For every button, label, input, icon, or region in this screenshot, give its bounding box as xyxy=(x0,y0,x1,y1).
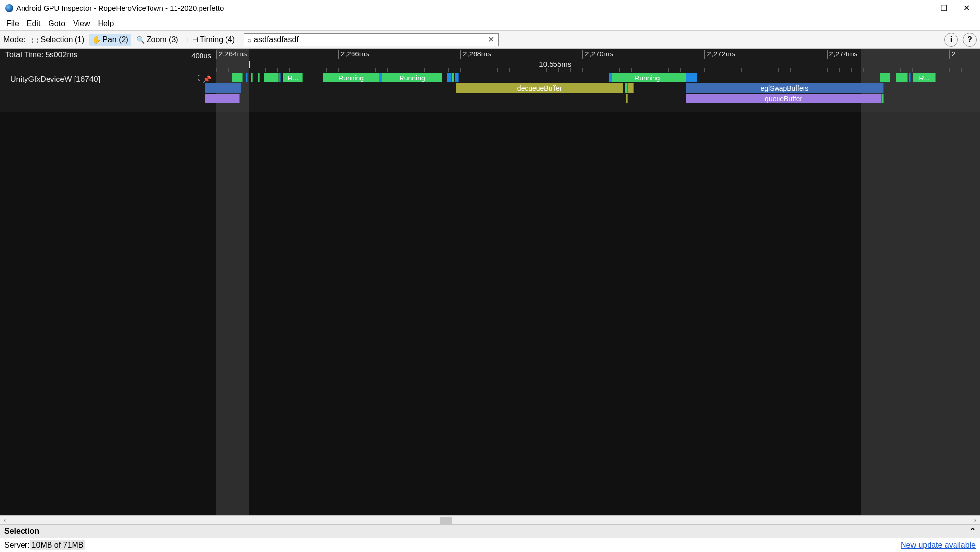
mode-label: Mode: xyxy=(3,35,25,44)
search-icon: ⌕ xyxy=(244,36,254,44)
window-minimize-button[interactable] xyxy=(910,0,932,16)
clear-search-button[interactable]: ✕ xyxy=(484,35,498,44)
range-label: 10.555ms xyxy=(536,60,574,68)
trace-segment[interactable] xyxy=(279,73,281,82)
total-time-label: Total Time: 5s002ms xyxy=(5,51,77,59)
menu-view[interactable]: View xyxy=(69,17,94,30)
zoom-icon: 🔍 xyxy=(136,36,145,44)
trace-segment[interactable] xyxy=(264,73,279,82)
time-tick: 2 xyxy=(949,50,955,59)
selection-icon: ⬚ xyxy=(32,36,38,44)
timeline-header: Total Time: 5s002ms 400us 10.555ms 2,264… xyxy=(0,49,980,72)
statusbar: Server: 10MB of 71MB New update availabl… xyxy=(0,538,980,552)
mode-timing-label: Timing (4) xyxy=(200,35,235,44)
pin-icon[interactable]: 📌 xyxy=(203,75,211,83)
timing-icon: ⊢⊣ xyxy=(186,36,198,44)
trace-segment[interactable] xyxy=(682,73,686,82)
menubar: File Edit Goto View Help xyxy=(0,16,980,31)
trace-segment[interactable] xyxy=(452,73,454,82)
trace-segment[interactable] xyxy=(686,73,697,82)
trace-segment[interactable] xyxy=(628,83,634,93)
mode-timing-button[interactable]: ⊢⊣ Timing (4) xyxy=(183,34,238,46)
search-input[interactable] xyxy=(254,34,484,46)
track-label[interactable]: UnityGfxDeviceW [16740] xyxy=(10,75,100,84)
trace-segment[interactable] xyxy=(246,73,248,82)
collapse-icon[interactable]: ˅˄ xyxy=(197,75,200,85)
trace-segment[interactable]: queueBuffer xyxy=(686,94,882,103)
trace-segment[interactable] xyxy=(205,83,242,93)
scroll-thumb[interactable] xyxy=(440,517,452,524)
selection-label: Selection xyxy=(4,527,39,536)
mode-zoom-label: Zoom (3) xyxy=(147,35,178,44)
trace-segment[interactable] xyxy=(625,83,628,93)
mode-pan-label: Pan (2) xyxy=(102,35,128,44)
server-label: Server: xyxy=(4,541,30,550)
expand-icon[interactable]: ⌃ xyxy=(969,526,976,536)
scroll-track[interactable] xyxy=(9,516,971,524)
range-indicator: 10.555ms xyxy=(249,61,861,68)
track-lanes[interactable]: R...RunningRunningRunningR... dequeueBuf… xyxy=(216,72,980,112)
titlebar: Android GPU Inspector - RopeHeroViceTown… xyxy=(0,0,980,16)
scale-indicator: 400us xyxy=(154,52,211,60)
trace-segment[interactable] xyxy=(258,73,260,82)
time-tick: 2,272ms xyxy=(704,50,735,59)
window-close-button[interactable] xyxy=(955,0,978,16)
time-tick: 2,266ms xyxy=(338,50,369,59)
trace-segment[interactable] xyxy=(909,73,911,82)
track-row: UnityGfxDeviceW [16740] ˅˄ 📌 R...Running… xyxy=(0,72,980,112)
horizontal-scrollbar[interactable]: ‹ › xyxy=(0,515,980,524)
menu-edit[interactable]: Edit xyxy=(23,17,45,30)
scroll-left-button[interactable]: ‹ xyxy=(0,517,9,524)
trace-segment[interactable]: Running xyxy=(612,73,682,82)
update-link[interactable]: New update available xyxy=(901,541,976,550)
trace-segment[interactable]: R... xyxy=(283,73,303,82)
trace-segment[interactable]: Running xyxy=(323,73,379,82)
time-tick: 2,268ms xyxy=(460,50,491,59)
menu-help[interactable]: Help xyxy=(94,17,118,30)
hand-icon: ✋ xyxy=(92,36,101,44)
scale-indicator-value: 400us xyxy=(191,52,211,60)
trace-segment[interactable] xyxy=(626,94,628,103)
trace-segment[interactable] xyxy=(882,94,884,103)
window-title: Android GPU Inspector - RopeHeroViceTown… xyxy=(16,4,224,12)
info-button[interactable]: i xyxy=(944,33,958,47)
trace-segment[interactable]: R... xyxy=(913,73,936,82)
trace-segment[interactable]: dequeueBuffer xyxy=(456,83,623,93)
menu-goto[interactable]: Goto xyxy=(44,17,69,30)
selection-panel-header[interactable]: Selection ⌃ xyxy=(0,524,980,538)
search-box[interactable]: ⌕ ✕ xyxy=(244,33,499,46)
time-tick: 2,264ms xyxy=(216,50,247,59)
timeline-empty-area[interactable] xyxy=(0,112,980,515)
mode-selection-label: Selection (1) xyxy=(40,35,84,44)
time-ruler[interactable]: 10.555ms 2,264ms2,266ms2,268ms2,270ms2,2… xyxy=(216,49,980,72)
timeline[interactable]: Total Time: 5s002ms 400us 10.555ms 2,264… xyxy=(0,49,980,515)
trace-segment[interactable] xyxy=(251,73,253,82)
trace-segment[interactable] xyxy=(205,94,240,103)
trace-segment[interactable] xyxy=(880,73,890,82)
toolbar: Mode: ⬚ Selection (1) ✋ Pan (2) 🔍 Zoom (… xyxy=(0,31,980,49)
window-maximize-button[interactable] xyxy=(932,0,955,16)
help-button[interactable]: ? xyxy=(963,33,977,47)
trace-segment[interactable] xyxy=(896,73,908,82)
trace-segment[interactable] xyxy=(455,73,459,82)
trace-segment[interactable] xyxy=(232,73,243,82)
scroll-right-button[interactable]: › xyxy=(971,517,980,524)
mode-zoom-button[interactable]: 🔍 Zoom (3) xyxy=(133,34,181,46)
app-icon xyxy=(5,4,13,12)
trace-segment[interactable]: Running xyxy=(382,73,442,82)
menu-file[interactable]: File xyxy=(2,17,23,30)
time-tick: 2,270ms xyxy=(582,50,613,59)
server-memory: 10MB of 71MB xyxy=(30,540,86,550)
mode-pan-button[interactable]: ✋ Pan (2) xyxy=(89,34,131,46)
trace-segment[interactable] xyxy=(447,73,451,82)
trace-segment[interactable]: eglSwapBuffers xyxy=(686,83,884,93)
mode-selection-button[interactable]: ⬚ Selection (1) xyxy=(29,34,87,46)
time-tick: 2,274ms xyxy=(827,50,858,59)
